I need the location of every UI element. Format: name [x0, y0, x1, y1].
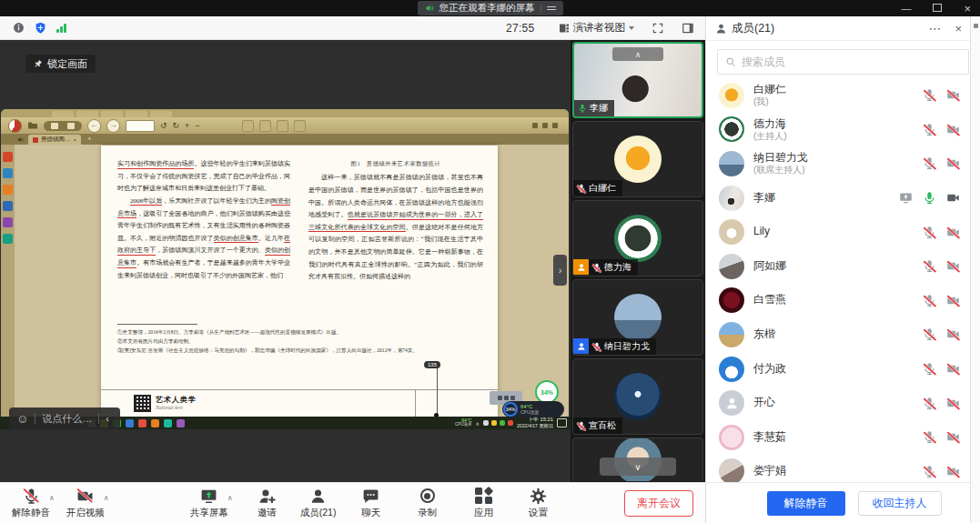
toolbar-chat-button[interactable]: 聊天 — [348, 488, 395, 519]
mic-status-icon[interactable] — [923, 362, 936, 376]
toolbar-invite-button[interactable]: 邀请 — [244, 488, 291, 519]
mic-status-icon[interactable] — [923, 191, 936, 205]
expand-chevron[interactable]: ∧ — [227, 494, 233, 502]
member-row[interactable]: 阿如娜 — [706, 249, 980, 284]
tray-icon[interactable] — [483, 420, 489, 426]
open-folder-icon[interactable] — [27, 120, 38, 131]
mic-status-icon[interactable] — [923, 430, 936, 444]
tray-icon[interactable] — [508, 420, 513, 426]
document-tab[interactable]: 景德镇陶… × — [28, 135, 81, 145]
camera-status-icon[interactable] — [946, 88, 960, 102]
expand-chevron[interactable]: ∧ — [104, 494, 109, 502]
notification-icon[interactable] — [557, 418, 567, 427]
video-tile[interactable]: 白娜仁 — [572, 121, 703, 197]
member-row[interactable]: 付为政 — [706, 352, 980, 387]
video-tile[interactable]: 纳日碧力戈 — [572, 279, 703, 356]
camera-status-icon[interactable] — [946, 327, 960, 341]
mic-status-icon[interactable] — [923, 156, 936, 170]
panel-close-button[interactable]: × — [955, 23, 962, 35]
taskbar-clock[interactable]: 下午 15:21 2022/4/17 星期日 — [517, 417, 553, 428]
tray-expand-icon[interactable]: ∧ — [476, 420, 480, 427]
reader-window-controls[interactable] — [532, 123, 558, 128]
member-row[interactable]: 娄宇娟 — [706, 455, 980, 482]
mic-status-icon[interactable] — [923, 123, 936, 136]
more-videos-button[interactable]: ∨ — [600, 458, 676, 476]
member-row[interactable]: 东楷 — [706, 317, 980, 352]
new-tab-button[interactable]: + — [87, 135, 92, 143]
video-tile[interactable]: 李娜 ∧ — [572, 42, 703, 118]
banner-menu-icon[interactable] — [547, 6, 556, 11]
taskbar-app-icon[interactable] — [151, 419, 159, 427]
camera-status-icon[interactable] — [946, 123, 960, 136]
tool-button[interactable] — [259, 120, 271, 132]
video-tile[interactable]: 宣百松 — [572, 358, 703, 435]
collapse-videos-button[interactable]: ∧ — [612, 47, 663, 61]
dock-app-icon[interactable] — [3, 217, 13, 227]
panel-expand-handle[interactable]: › — [553, 255, 567, 286]
member-row[interactable]: 李娜 — [706, 181, 980, 216]
dock-app-icon[interactable] — [3, 234, 13, 244]
lock-view-button[interactable]: 锁定画面 — [25, 55, 96, 73]
emoji-icon[interactable]: ☺ — [16, 413, 28, 425]
fullscreen-icon[interactable] — [652, 22, 664, 35]
dock-app-icon[interactable] — [3, 185, 13, 195]
view-toggle[interactable] — [44, 121, 82, 131]
expand-chevron[interactable]: ∧ — [49, 494, 55, 502]
camera-status-icon[interactable] — [946, 430, 960, 444]
member-row[interactable]: 开心 — [706, 386, 980, 420]
reclaim-host-button[interactable]: 收回主持人 — [858, 491, 942, 516]
close-button[interactable]: × — [964, 3, 971, 15]
mic-status-icon[interactable] — [923, 465, 936, 478]
mic-status-icon[interactable] — [923, 327, 936, 341]
leave-meeting-button[interactable]: 离开会议 — [624, 490, 693, 517]
cpu-monitor-widget[interactable]: 34% 64°C CPU温度 — [502, 401, 564, 417]
chat-input-placeholder[interactable]: 说点什么… — [42, 412, 92, 426]
camera-status-icon[interactable] — [946, 362, 960, 376]
close-tab-icon[interactable]: × — [74, 137, 77, 143]
mic-status-icon[interactable] — [923, 294, 936, 307]
ribbon-tab[interactable] — [52, 111, 74, 117]
mic-status-icon[interactable] — [923, 259, 936, 273]
meeting-info-icon[interactable] — [13, 22, 25, 34]
taskbar-app-icon[interactable] — [126, 419, 134, 427]
panel-more-button[interactable]: ⋯ — [928, 22, 941, 35]
ribbon-tab[interactable] — [126, 111, 147, 117]
member-row[interactable]: 纳日碧力戈 (联席主持人) — [706, 146, 980, 181]
tool-button[interactable] — [294, 120, 306, 132]
camera-status-icon[interactable] — [946, 259, 960, 273]
dock-app-icon[interactable] — [3, 168, 13, 178]
taskbar-app-icon[interactable] — [164, 419, 172, 427]
undo-icon[interactable]: ↺ — [160, 122, 167, 130]
toolbar-settings-button[interactable]: 设置 — [515, 488, 562, 519]
video-tile[interactable]: 德力海 — [572, 200, 703, 277]
side-panel-layout-icon[interactable] — [682, 22, 694, 35]
video-tile[interactable]: ∨ — [572, 438, 703, 481]
mic-status-icon[interactable] — [923, 226, 936, 239]
minimize-button[interactable]: — — [901, 4, 911, 14]
docked-panel-edge[interactable] — [970, 16, 980, 523]
toolbar-unmute-button[interactable]: 解除静音 — [7, 488, 55, 519]
member-row[interactable]: 白娜仁 (我) — [706, 78, 980, 113]
unmute-button[interactable]: 解除静音 — [767, 491, 845, 516]
back-button[interactable]: ← — [87, 119, 101, 133]
member-row[interactable]: 白雪燕 — [706, 284, 980, 318]
zoom-in-icon[interactable]: + — [185, 122, 189, 130]
mic-status-icon[interactable] — [923, 397, 936, 410]
dock-app-icon[interactable] — [3, 201, 13, 211]
dock-app-icon[interactable] — [3, 152, 13, 162]
toolbar-start-video-button[interactable]: 开启视频 — [62, 488, 109, 519]
maximize-button[interactable] — [933, 4, 942, 14]
view-mode-button[interactable]: 演讲者视图 — [559, 21, 635, 35]
zoom-out-icon[interactable]: − — [195, 122, 199, 130]
camera-status-icon[interactable] — [946, 294, 960, 307]
tray-icon[interactable] — [500, 420, 505, 426]
tool-button[interactable] — [242, 120, 254, 132]
taskbar-app-icon[interactable] — [138, 419, 146, 427]
ribbon-tab[interactable] — [150, 111, 172, 117]
redo-icon[interactable]: ↻ — [173, 122, 180, 130]
ribbon-tab[interactable] — [76, 111, 98, 117]
toolbar-share-screen-button[interactable]: 共享屏幕 — [186, 488, 233, 519]
page-number-box[interactable] — [126, 120, 155, 132]
camera-status-icon[interactable] — [946, 226, 960, 239]
member-row[interactable]: Lily — [706, 215, 980, 249]
